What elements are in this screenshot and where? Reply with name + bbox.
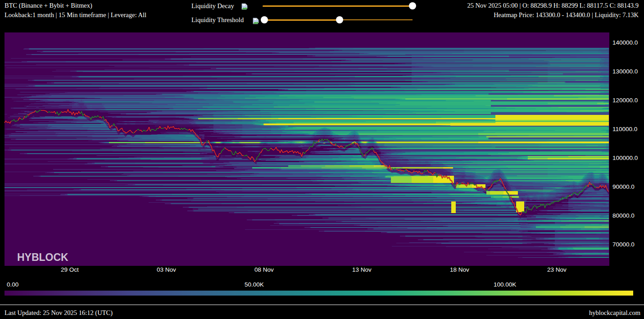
svg-text:HYBLOCK: HYBLOCK (17, 251, 68, 263)
